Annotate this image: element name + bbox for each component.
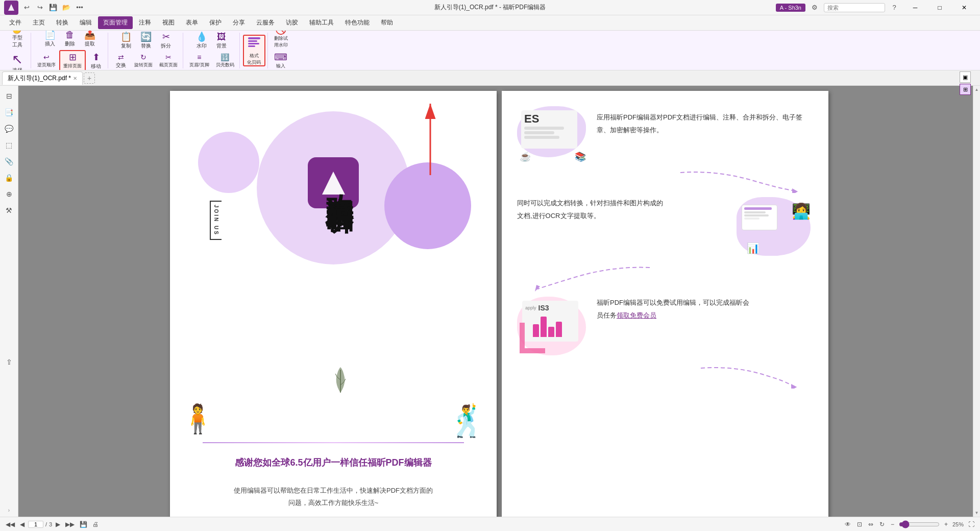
toolbar-more[interactable]: ••• bbox=[75, 3, 85, 13]
settings-icon[interactable]: ⚙ bbox=[810, 3, 820, 13]
welcome-title-area: 欢迎来到福昕 bbox=[324, 173, 354, 185]
sidebar-layers-icon[interactable]: ⬚ bbox=[2, 138, 16, 152]
current-page-input[interactable] bbox=[28, 521, 43, 528]
delete-button[interactable]: 🗑 删除 bbox=[60, 31, 80, 49]
sidebar-thumbnails-icon[interactable]: ⊟ bbox=[2, 89, 16, 103]
move-button[interactable]: ⬆ 移动 bbox=[86, 50, 106, 70]
save-icon[interactable]: 💾 bbox=[78, 521, 89, 528]
menu-comment[interactable]: 注释 bbox=[134, 16, 156, 29]
menu-file[interactable]: 文件 bbox=[4, 16, 27, 29]
swap-button[interactable]: ⇄ 交换 bbox=[111, 52, 131, 70]
menu-form[interactable]: 表单 bbox=[181, 16, 203, 29]
maximize-button[interactable]: □ bbox=[928, 0, 951, 15]
print-icon[interactable]: 🖨 bbox=[91, 521, 100, 528]
bates-button[interactable]: 🔢 贝壳数码 bbox=[213, 52, 237, 70]
tab-close-icon[interactable]: ✕ bbox=[73, 76, 77, 81]
select-tool-button[interactable]: ↖ 选择工具 bbox=[8, 51, 27, 71]
menu-assist[interactable]: 辅助工具 bbox=[304, 16, 339, 29]
menu-protect[interactable]: 保护 bbox=[204, 16, 227, 29]
toolbar-save[interactable]: 💾 bbox=[48, 3, 58, 13]
rotate-button[interactable]: ↻ 旋转页面 bbox=[131, 52, 156, 70]
rotate-view-button[interactable]: ↻ bbox=[878, 521, 886, 528]
svg-rect-4 bbox=[248, 45, 255, 47]
right-section-3: apply IS3 bbox=[517, 297, 813, 358]
pdf-page-left: JOIN US 欢迎来到福昕 🧍 🕺 bbox=[170, 91, 497, 517]
last-page-button[interactable]: ▶▶ bbox=[64, 521, 76, 528]
insert-button[interactable]: 📄 插入 bbox=[40, 31, 60, 49]
menu-cloud[interactable]: 云服务 bbox=[251, 16, 280, 29]
menu-edit[interactable]: 编辑 bbox=[75, 16, 97, 29]
input-code-button[interactable]: ⌨ 输入数送码 bbox=[271, 51, 291, 71]
sidebar-stamps-icon[interactable]: ⊕ bbox=[2, 187, 16, 201]
copy-button[interactable]: 📋 复制 bbox=[116, 31, 136, 51]
sidebar-signatures-icon[interactable]: 🔒 bbox=[2, 171, 16, 185]
tab-add-button[interactable]: + bbox=[84, 73, 95, 84]
fullscreen-button[interactable]: ⛶ bbox=[967, 521, 976, 528]
pdf-page-right: ES ☕ 📚 应用福昕PDF编辑器对PDF文档进行编辑、注释、合并和拆 bbox=[502, 91, 828, 517]
pdf-scroll-area[interactable]: JOIN US 欢迎来到福昕 🧍 🕺 bbox=[18, 86, 980, 517]
background-button[interactable]: 🖼 背景 bbox=[212, 31, 231, 51]
toolbar-undo[interactable]: ↩ bbox=[21, 3, 32, 13]
sidebar-comments-icon[interactable]: 💬 bbox=[2, 122, 16, 136]
remove-trial-icon: 🚫 bbox=[275, 31, 286, 34]
format-code-button[interactable]: 格式化贝码 bbox=[243, 35, 265, 66]
right-desc-1: 应用福昕PDF编辑器对PDF文档进行编辑、注释、合并和拆分、电子签章、加密解密等… bbox=[597, 106, 813, 136]
remove-trial-watermark-button[interactable]: 🚫 删除试用水印 bbox=[271, 31, 291, 50]
fit-page-button[interactable]: ⊡ bbox=[855, 521, 864, 528]
sidebar-share-icon[interactable]: ⇪ bbox=[2, 355, 16, 369]
extract-button[interactable]: 📤 提取 bbox=[80, 31, 100, 49]
menu-home[interactable]: 主页 bbox=[28, 16, 50, 29]
split-button[interactable]: ✂ 拆分 bbox=[156, 31, 176, 51]
panel-arrow-up[interactable]: ▲ bbox=[973, 86, 980, 93]
watermark-button[interactable]: 💧 水印 bbox=[192, 31, 211, 51]
free-member-link[interactable]: 领取免费会员 bbox=[617, 311, 656, 319]
menu-help[interactable]: 帮助 bbox=[376, 16, 398, 29]
replace-button[interactable]: 🔄 替换 bbox=[136, 31, 156, 51]
menu-share[interactable]: 分享 bbox=[228, 16, 250, 29]
dashed-arrow-3 bbox=[517, 363, 798, 389]
zoom-in-button[interactable]: + bbox=[943, 521, 949, 528]
dashed-arrow-2 bbox=[532, 263, 813, 292]
desc-text-1: 使用编辑器可以帮助您在日常工作生活中，快速解决PDF文档方面的 bbox=[186, 485, 480, 497]
sidebar-tools-icon[interactable]: ⚒ bbox=[2, 203, 16, 218]
sidebar-expand-icon[interactable]: › bbox=[6, 506, 13, 514]
double-page-view-button[interactable]: ⊞ bbox=[960, 86, 971, 95]
help-icon[interactable]: ? bbox=[889, 3, 899, 13]
fit-width-button[interactable]: ⇔ bbox=[867, 521, 875, 528]
bottom-right: 👁 ⊡ ⇔ ↻ − + 25% ⛶ bbox=[843, 520, 976, 528]
close-button[interactable]: ✕ bbox=[952, 0, 976, 15]
prev-page-button[interactable]: ◀ bbox=[18, 521, 26, 528]
panel-arrow-down[interactable]: ▼ bbox=[973, 509, 980, 517]
svg-rect-3 bbox=[248, 43, 259, 44]
insert-icon: 📄 bbox=[44, 31, 56, 39]
rearrange-button[interactable]: ⊞ 重排页面 bbox=[59, 50, 86, 70]
window-controls: ─ □ ✕ bbox=[903, 0, 976, 15]
total-pages: 3 bbox=[49, 521, 52, 527]
menu-view[interactable]: 视图 bbox=[157, 16, 180, 29]
sidebar-bookmarks-icon[interactable]: 📑 bbox=[2, 105, 16, 119]
menu-plugin[interactable]: 访胶 bbox=[281, 16, 303, 29]
zoom-eye-icon[interactable]: 👁 bbox=[843, 521, 852, 528]
next-page-button[interactable]: ▶ bbox=[54, 521, 62, 528]
zoom-slider[interactable] bbox=[899, 520, 940, 528]
welcome-title: 欢迎来到福昕 bbox=[324, 173, 354, 185]
first-page-button[interactable]: ◀◀ bbox=[4, 521, 16, 528]
menu-convert[interactable]: 转换 bbox=[51, 16, 74, 29]
title-bar-right: A - Sh3n ⚙ ? ─ □ ✕ bbox=[776, 0, 976, 15]
zoom-out-button[interactable]: − bbox=[889, 521, 896, 528]
page-right-content: ES ☕ 📚 应用福昕PDF编辑器对PDF文档进行编辑、注释、合并和拆 bbox=[502, 91, 828, 517]
sidebar-attachments-icon[interactable]: 📎 bbox=[2, 154, 16, 168]
header-footer-button[interactable]: ≡ 页眉/页脚 bbox=[186, 52, 212, 70]
tab-main-doc[interactable]: 新人引导(1)_OCR.pdf * ✕ bbox=[2, 71, 83, 85]
crop-button[interactable]: ✂ 截页页面 bbox=[156, 52, 181, 70]
search-input[interactable] bbox=[824, 3, 885, 12]
ribbon-group-ocr: 🚫 删除试用水印 ⌨ 输入数送码 bbox=[269, 33, 293, 68]
minimize-button[interactable]: ─ bbox=[903, 0, 927, 15]
toolbar-redo[interactable]: ↪ bbox=[35, 3, 45, 13]
right-desc-2: 同时可以完成文档转换，针对扫描件和图片构成的 文档,进行OCR文字提取等。 bbox=[517, 197, 728, 222]
toolbar-open[interactable]: 📂 bbox=[61, 3, 71, 13]
menu-feature[interactable]: 特色功能 bbox=[340, 16, 375, 29]
hand-tool-button[interactable]: ✋ 手型工具 bbox=[6, 31, 29, 50]
menu-page-manage[interactable]: 页面管理 bbox=[98, 16, 133, 29]
reverse-button[interactable]: ↩ 逆页顺序 bbox=[34, 50, 59, 70]
